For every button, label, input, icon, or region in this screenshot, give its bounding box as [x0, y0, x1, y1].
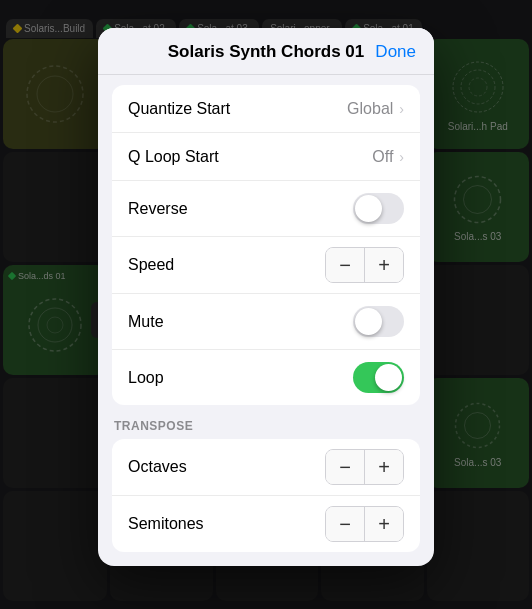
octaves-stepper: − + [325, 449, 404, 485]
quantize-start-value[interactable]: Global › [347, 100, 404, 118]
speed-minus-button[interactable]: − [326, 248, 364, 282]
quantize-start-row[interactable]: Quantize Start Global › [112, 85, 420, 133]
speed-plus-button[interactable]: + [365, 248, 403, 282]
semitones-plus-button[interactable]: + [365, 507, 403, 541]
modal-title: Solaris Synth Chords 01 [168, 42, 365, 62]
loop-row: Loop [112, 350, 420, 405]
q-loop-start-value[interactable]: Off › [372, 148, 404, 166]
semitones-minus-button[interactable]: − [326, 507, 364, 541]
loop-label: Loop [128, 369, 164, 387]
main-settings-section: Quantize Start Global › Q Loop Start Off… [98, 75, 434, 405]
loop-toggle[interactable] [353, 362, 404, 393]
reverse-label: Reverse [128, 200, 188, 218]
modal: Solaris Synth Chords 01 Done Quantize St… [98, 28, 434, 566]
settings-group: Quantize Start Global › Q Loop Start Off… [112, 85, 420, 405]
chevron-right-2-icon: › [399, 149, 404, 165]
modal-header: Solaris Synth Chords 01 Done [98, 28, 434, 75]
octaves-label: Octaves [128, 458, 187, 476]
semitones-row: Semitones − + [112, 496, 420, 552]
quantize-start-val: Global [347, 100, 393, 118]
semitones-label: Semitones [128, 515, 204, 533]
octaves-row: Octaves − + [112, 439, 420, 496]
speed-row: Speed − + [112, 237, 420, 294]
reverse-toggle[interactable] [353, 193, 404, 224]
transpose-section: TRANSPOSE Octaves − + Semitones − [98, 405, 434, 566]
speed-label: Speed [128, 256, 174, 274]
transpose-group: Octaves − + Semitones − + [112, 439, 420, 552]
q-loop-start-row[interactable]: Q Loop Start Off › [112, 133, 420, 181]
reverse-row: Reverse [112, 181, 420, 237]
q-loop-start-label: Q Loop Start [128, 148, 219, 166]
mute-row: Mute [112, 294, 420, 350]
speed-stepper: − + [325, 247, 404, 283]
mute-label: Mute [128, 313, 164, 331]
done-button[interactable]: Done [375, 42, 416, 62]
semitones-stepper: − + [325, 506, 404, 542]
quantize-start-label: Quantize Start [128, 100, 230, 118]
transpose-header: TRANSPOSE [112, 415, 420, 439]
mute-toggle[interactable] [353, 306, 404, 337]
modal-overlay: Solaris Synth Chords 01 Done Quantize St… [0, 0, 532, 609]
chevron-right-icon: › [399, 101, 404, 117]
octaves-minus-button[interactable]: − [326, 450, 364, 484]
q-loop-start-val: Off [372, 148, 393, 166]
octaves-plus-button[interactable]: + [365, 450, 403, 484]
